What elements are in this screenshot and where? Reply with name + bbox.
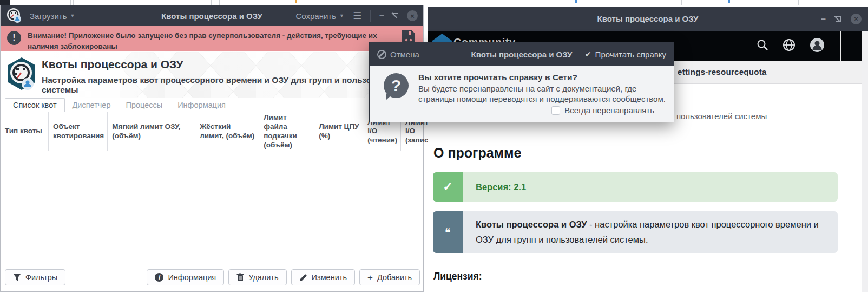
column-header[interactable]: Мягкий лимит ОЗУ, (объём) bbox=[107, 112, 195, 151]
chevron-down-icon: ▼ bbox=[70, 13, 75, 18]
version-label: Версия: 2.1 bbox=[476, 182, 825, 192]
read-help-button-label: Прочитать справку bbox=[595, 50, 666, 59]
check-icon: ✔ bbox=[585, 50, 591, 59]
column-header[interactable]: Объект квотирования bbox=[48, 112, 107, 151]
user-account-icon[interactable] bbox=[810, 37, 825, 55]
hamburger-menu-icon[interactable]: ☰ bbox=[353, 11, 361, 21]
titlebar-divider bbox=[370, 10, 371, 22]
quote-icon: ❝ bbox=[433, 211, 463, 253]
prohibition-icon bbox=[377, 50, 386, 59]
load-button-label: Загрузить bbox=[30, 11, 67, 21]
check-icon: ✓ bbox=[433, 172, 463, 202]
cancel-button[interactable]: Отмена bbox=[377, 50, 419, 59]
app-header: Квоты процессора и ОЗУ Настройка парамет… bbox=[1, 51, 423, 98]
information-button[interactable]: i Информация bbox=[147, 269, 224, 285]
app-gauge-icon bbox=[6, 8, 22, 24]
funnel-icon bbox=[13, 274, 21, 282]
column-header[interactable]: Лимит файла подкачки (объём) bbox=[259, 112, 314, 151]
description-text: Квоты процессора и ОЗУ - настройка парам… bbox=[476, 217, 825, 246]
description-callout: ❝ Квоты процессора и ОЗУ - настройка пар… bbox=[433, 211, 838, 253]
license-heading: Лицензия: bbox=[433, 271, 482, 282]
always-redirect-label: Всегда перенаправлять bbox=[564, 106, 654, 115]
pencil-icon bbox=[299, 274, 307, 282]
maximize-button[interactable] bbox=[836, 16, 841, 22]
warning-text: Внимание! Приложение было запущено без п… bbox=[28, 29, 385, 51]
footer-toolbar: Фильтры i Информация Удалить Изменить + … bbox=[1, 268, 423, 291]
save-button-label: Сохранить bbox=[295, 11, 336, 21]
breadcrumb[interactable]: ettings-resourcequota bbox=[678, 67, 767, 76]
about-heading: О программе bbox=[433, 145, 522, 161]
tab-processes[interactable]: Процессы bbox=[118, 99, 170, 112]
background-mark bbox=[295, 0, 297, 3]
tab-bar: Список квот Диспетчер Процессы Информаци… bbox=[1, 98, 423, 112]
right-titlebar: Квоты процессора и ОЗУ – × bbox=[428, 7, 868, 31]
background-mark bbox=[70, 0, 71, 5]
cancel-button-label: Отмена bbox=[390, 50, 419, 59]
about-heading-rule bbox=[433, 165, 833, 165]
background-mark bbox=[575, 0, 577, 3]
superuser-warning-banner: ! Внимание! Приложение было запущено без… bbox=[1, 26, 423, 51]
chevron-down-icon: ▼ bbox=[339, 13, 344, 18]
scrollbar[interactable] bbox=[862, 31, 868, 292]
edit-button-label: Изменить bbox=[312, 273, 347, 282]
column-header[interactable]: Тип квоты bbox=[1, 112, 48, 151]
content-divider bbox=[431, 134, 858, 134]
page-title: Квоты процессора и ОЗУ bbox=[42, 58, 183, 71]
add-button[interactable]: + Добавить bbox=[359, 269, 420, 285]
quota-table-body[interactable] bbox=[1, 151, 423, 268]
minimize-button[interactable]: – bbox=[379, 11, 384, 20]
add-button-label: Добавить bbox=[377, 273, 412, 282]
always-redirect-checkbox[interactable] bbox=[551, 106, 560, 115]
read-help-button[interactable]: ✔ Прочитать справку bbox=[585, 50, 666, 59]
maximize-button[interactable] bbox=[393, 13, 398, 18]
description-bold: Квоты процессора и ОЗУ bbox=[476, 219, 587, 229]
app-header-icon bbox=[6, 56, 37, 94]
minimize-button[interactable]: – bbox=[821, 15, 826, 23]
globe-language-icon[interactable] bbox=[782, 38, 795, 54]
search-icon[interactable] bbox=[757, 39, 768, 53]
background-mark bbox=[211, 0, 212, 5]
background-mark bbox=[219, 0, 220, 5]
dialog-titlebar: Отмена Квоты процессора и ОЗУ ✔ Прочитат… bbox=[370, 42, 674, 66]
read-help-dialog: Отмена Квоты процессора и ОЗУ ✔ Прочитат… bbox=[369, 42, 674, 122]
tab-information[interactable]: Информация bbox=[170, 99, 233, 112]
info-icon: i bbox=[155, 273, 163, 282]
quotas-app-window: Загрузить ▼ Квоты процессора и ОЗУ Сохра… bbox=[0, 5, 424, 292]
plus-icon: + bbox=[367, 273, 373, 282]
left-titlebar: Загрузить ▼ Квоты процессора и ОЗУ Сохра… bbox=[1, 5, 423, 26]
quota-table-header: Тип квоты Объект квотирования Мягкий лим… bbox=[1, 112, 423, 151]
edit-button[interactable]: Изменить bbox=[291, 269, 355, 285]
right-window-title: Квоты процессора и ОЗУ bbox=[428, 14, 868, 23]
background-mark bbox=[681, 0, 682, 5]
screen: Загрузить ▼ Квоты процессора и ОЗУ Сохра… bbox=[0, 0, 868, 292]
always-redirect-option[interactable]: Всегда перенаправлять bbox=[551, 106, 654, 115]
site-header-divider bbox=[840, 31, 841, 61]
load-dropdown-button[interactable]: Загрузить ▼ bbox=[30, 11, 75, 21]
background-mark bbox=[728, 0, 730, 3]
close-button[interactable]: × bbox=[407, 10, 418, 21]
tab-quota-list[interactable]: Список квот bbox=[5, 98, 65, 112]
background-mark bbox=[73, 0, 74, 5]
dialog-body: ? Вы хотите прочитать справку в Сети? Вы… bbox=[370, 66, 674, 122]
save-dropdown-button[interactable]: Сохранить ▼ bbox=[295, 11, 344, 21]
close-button[interactable]: × bbox=[851, 14, 862, 24]
page-subtitle: Настройка параметров квот процессорного … bbox=[42, 75, 420, 95]
information-button-label: Информация bbox=[168, 273, 216, 282]
trash-icon bbox=[236, 273, 244, 282]
background-mark bbox=[798, 0, 799, 5]
doc-subtitle-fragment: пользователей системы bbox=[676, 112, 767, 121]
exclamation-icon: ! bbox=[7, 31, 21, 45]
tab-dispatcher[interactable]: Диспетчер bbox=[65, 99, 119, 112]
delete-button-label: Удалить bbox=[248, 273, 278, 282]
column-header[interactable]: Жёсткий лимит, (объём) bbox=[195, 112, 259, 151]
dialog-question: Вы хотите прочитать справку в Сети? bbox=[418, 73, 577, 82]
column-header[interactable]: Лимит ЦПУ (%) bbox=[314, 112, 363, 151]
filters-button-label: Фильтры bbox=[25, 273, 57, 282]
delete-button[interactable]: Удалить bbox=[228, 269, 286, 285]
filters-button[interactable]: Фильтры bbox=[5, 269, 65, 285]
question-bubble-tail bbox=[386, 94, 392, 100]
dialog-message: Вы будете перенаправлены на сайт с докум… bbox=[418, 84, 667, 105]
version-callout: ✓ Версия: 2.1 bbox=[433, 172, 838, 202]
